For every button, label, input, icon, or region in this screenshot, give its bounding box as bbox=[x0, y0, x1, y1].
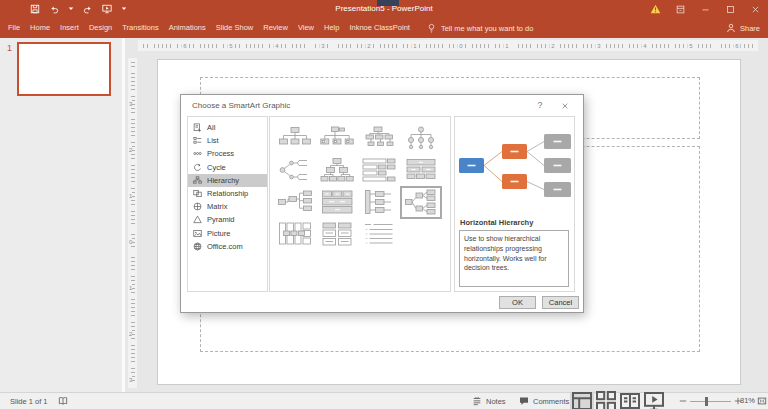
category-icon bbox=[193, 163, 202, 172]
smartart-category[interactable]: Office.com bbox=[188, 240, 267, 253]
share-button[interactable]: Share bbox=[726, 23, 760, 33]
customize-qat-icon[interactable] bbox=[121, 7, 127, 11]
ribbon-display-options-icon[interactable] bbox=[668, 0, 693, 18]
smartart-layout-thumbnail-horizontal-organization-chart[interactable] bbox=[276, 188, 314, 217]
smartart-layout-thumbnail-vertical-labeled-hierarchy[interactable] bbox=[360, 188, 398, 217]
normal-view-icon[interactable] bbox=[570, 393, 594, 409]
slide-thumbnail[interactable] bbox=[17, 42, 111, 96]
dialog-help-button[interactable]: ? bbox=[531, 95, 549, 116]
start-slideshow-icon[interactable] bbox=[102, 4, 112, 14]
layout-thumbnail-graphic bbox=[404, 157, 438, 183]
ribbon-tab[interactable]: Home bbox=[25, 18, 55, 38]
comments-label: Comments bbox=[533, 397, 569, 406]
comments-icon bbox=[519, 396, 529, 406]
close-icon[interactable] bbox=[743, 0, 768, 18]
ribbon-tab[interactable]: View bbox=[293, 18, 319, 38]
share-label: Share bbox=[740, 24, 760, 33]
smartart-layout-thumbnail-name-and-title-organization-chart[interactable] bbox=[318, 124, 356, 153]
smartart-layout-thumbnail-lined-list[interactable] bbox=[360, 220, 398, 249]
category-label: Cycle bbox=[207, 163, 226, 172]
ruler-number: 2 bbox=[549, 42, 556, 50]
ruler-number: 4 bbox=[641, 42, 648, 50]
ruler-number: 1 bbox=[129, 284, 132, 292]
slideshow-view-icon[interactable] bbox=[642, 393, 666, 409]
dialog-close-icon[interactable] bbox=[555, 95, 575, 116]
notes-button[interactable]: Notes bbox=[472, 393, 506, 409]
smartart-layout-thumbnail-architecture-layout[interactable] bbox=[276, 220, 314, 249]
category-icon bbox=[193, 215, 202, 224]
fit-slide-to-window-icon[interactable] bbox=[757, 393, 767, 409]
smartart-layout-thumbnail-hierarchy-list[interactable] bbox=[318, 220, 356, 249]
smartart-layout-thumbnail-organization-chart[interactable] bbox=[276, 124, 314, 153]
smartart-category[interactable]: All bbox=[188, 121, 267, 134]
slide-number: 1 bbox=[7, 43, 12, 53]
smartart-category[interactable]: Process bbox=[188, 147, 267, 160]
smartart-category[interactable]: Hierarchy bbox=[188, 174, 267, 187]
tell-me-box[interactable]: Tell me what you want to do bbox=[427, 23, 534, 34]
ribbon-tab[interactable]: Animations bbox=[164, 18, 211, 38]
smartart-layout-thumbnail-horizontal-multi-level-hierarchy[interactable] bbox=[276, 156, 314, 185]
smartart-category[interactable]: Cycle bbox=[188, 161, 267, 174]
powerpoint-window: Presentation5 - PowerPoint FileHomeInser… bbox=[0, 0, 768, 409]
zoom-out-icon[interactable] bbox=[679, 393, 687, 409]
smartart-category[interactable]: Relationship bbox=[188, 187, 267, 200]
horizontal-ruler: 6543210123456 bbox=[138, 40, 758, 51]
slide-thumbnail-panel: 1 bbox=[0, 38, 122, 392]
smartart-layout-thumbnail-hierarchy[interactable] bbox=[318, 156, 356, 185]
category-label: Hierarchy bbox=[207, 176, 239, 185]
ruler-number: 3 bbox=[595, 42, 602, 50]
smartart-layout-thumbnail-circle-picture-hierarchy[interactable] bbox=[402, 124, 440, 153]
reading-view-icon[interactable] bbox=[618, 393, 642, 409]
smartart-layout-thumbnail-half-circle-organization-chart[interactable] bbox=[360, 124, 398, 153]
ribbon-tab[interactable]: Inknoe ClassPoint bbox=[344, 18, 414, 38]
statusbar-left: Slide 1 of 1 bbox=[10, 393, 68, 409]
save-icon[interactable] bbox=[30, 4, 40, 14]
smartart-layout-thumbnail-horizontal-hierarchy[interactable] bbox=[402, 188, 440, 217]
category-icon bbox=[193, 149, 202, 158]
minimize-icon[interactable] bbox=[693, 0, 718, 18]
ruler-number: 2 bbox=[365, 42, 372, 50]
spellcheck-icon[interactable] bbox=[58, 396, 68, 406]
smartart-category[interactable]: Picture bbox=[188, 227, 267, 240]
tell-me-label: Tell me what you want to do bbox=[441, 24, 534, 33]
ruler-number: 3 bbox=[319, 42, 326, 50]
smartart-layout-thumbnail-labeled-hierarchy[interactable] bbox=[360, 156, 398, 185]
ribbon-tab[interactable]: File bbox=[3, 18, 25, 38]
smartart-layout-gallery bbox=[269, 116, 451, 292]
slide-sorter-view-icon[interactable] bbox=[594, 393, 618, 409]
layout-thumbnail-graphic bbox=[320, 125, 354, 151]
zoom-level[interactable]: 81% bbox=[740, 393, 755, 409]
category-label: Pyramid bbox=[207, 215, 235, 224]
smartart-category[interactable]: Matrix bbox=[188, 200, 267, 213]
layout-thumbnail-graphic bbox=[320, 221, 354, 247]
category-icon bbox=[193, 176, 202, 185]
ok-button[interactable]: OK bbox=[499, 296, 536, 309]
layout-thumbnail-graphic bbox=[278, 189, 312, 215]
smartart-preview-graphic bbox=[458, 127, 573, 207]
maximize-icon[interactable] bbox=[718, 0, 743, 18]
smartart-preview-name: Horizontal Hierarchy bbox=[460, 218, 533, 227]
undo-icon[interactable] bbox=[49, 4, 59, 14]
ribbon-tab[interactable]: Review bbox=[258, 18, 293, 38]
ribbon-tab[interactable]: Insert bbox=[55, 18, 84, 38]
zoom-slider-track[interactable] bbox=[690, 401, 731, 402]
cancel-button[interactable]: Cancel bbox=[542, 296, 579, 309]
smartart-category[interactable]: Pyramid bbox=[188, 213, 267, 226]
ribbon-tab[interactable]: Slide Show bbox=[211, 18, 259, 38]
ruler-number: 1 bbox=[411, 42, 418, 50]
layout-thumbnail-graphic bbox=[278, 157, 312, 183]
smartart-layout-thumbnail-block-hierarchy[interactable] bbox=[318, 188, 356, 217]
warning-icon[interactable] bbox=[643, 0, 668, 18]
ribbon-tab[interactable]: Design bbox=[84, 18, 117, 38]
comments-button[interactable]: Comments bbox=[519, 393, 569, 409]
undo-dropdown-icon[interactable] bbox=[68, 7, 74, 11]
category-label: List bbox=[207, 136, 219, 145]
ribbon-tab-row: FileHomeInsertDesignTransitionsAnimation… bbox=[0, 18, 768, 38]
zoom-slider-thumb[interactable] bbox=[705, 397, 708, 406]
ruler-number: 0 bbox=[129, 238, 132, 246]
smartart-layout-thumbnail-table-hierarchy[interactable] bbox=[402, 156, 440, 185]
redo-icon[interactable] bbox=[83, 4, 93, 14]
ribbon-tab[interactable]: Help bbox=[319, 18, 344, 38]
smartart-category[interactable]: List bbox=[188, 134, 267, 147]
ribbon-tab[interactable]: Transitions bbox=[117, 18, 163, 38]
